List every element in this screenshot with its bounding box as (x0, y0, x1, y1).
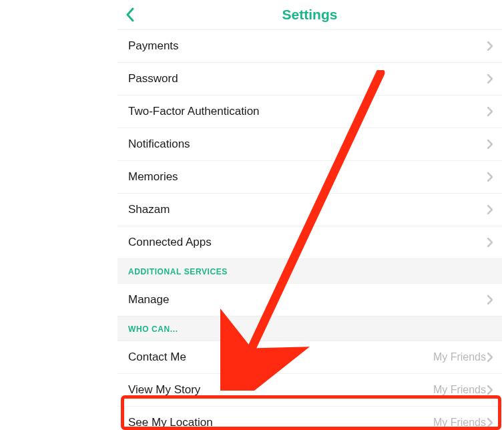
settings-list: PaymentsPasswordTwo-Factor Authenticatio… (117, 29, 502, 430)
chevron-right-icon (487, 295, 493, 304)
settings-row-label: Memories (128, 170, 487, 184)
settings-row[interactable]: Payments (117, 29, 502, 62)
chevron-left-icon (125, 7, 135, 22)
chevron-right-icon (487, 140, 493, 149)
settings-row-label: Shazam (128, 203, 487, 216)
settings-row[interactable]: Two-Factor Authentication (117, 95, 502, 128)
settings-row-label: Manage (128, 293, 487, 306)
settings-row-label: Notifications (128, 138, 487, 151)
chevron-right-icon (487, 74, 493, 83)
chevron-right-icon (487, 353, 493, 362)
settings-row[interactable]: Password (117, 62, 502, 95)
settings-row-value: My Friends (433, 351, 486, 363)
settings-row[interactable]: Notifications (117, 128, 502, 160)
chevron-right-icon (487, 205, 493, 214)
chevron-right-icon (487, 238, 493, 247)
settings-row[interactable]: View My StoryMy Friends (117, 373, 502, 406)
settings-row-label: View My Story (128, 383, 433, 397)
back-button[interactable] (125, 7, 135, 22)
chevron-right-icon (487, 385, 493, 395)
settings-row-label: Payments (128, 39, 487, 53)
settings-row-label: Password (128, 72, 487, 85)
settings-row-label: Connected Apps (128, 236, 487, 249)
chevron-right-icon (487, 107, 493, 116)
settings-row-value: My Friends (433, 417, 486, 429)
settings-row-label: See My Location (128, 416, 433, 429)
section-header: ADDITIONAL SERVICES (117, 258, 502, 283)
settings-row-label: Two-Factor Authentication (128, 105, 487, 118)
section-header: WHO CAN... (117, 316, 502, 341)
chevron-right-icon (487, 41, 493, 51)
settings-row[interactable]: Shazam (117, 193, 502, 226)
settings-row[interactable]: Connected Apps (117, 226, 502, 258)
settings-row[interactable]: Memories (117, 160, 502, 193)
settings-row-label: Contact Me (128, 351, 433, 364)
settings-screen: Settings PaymentsPasswordTwo-Factor Auth… (117, 0, 502, 430)
page-title: Settings (121, 7, 498, 23)
settings-row-value: My Friends (433, 384, 486, 396)
chevron-right-icon (487, 172, 493, 182)
header-bar: Settings (117, 0, 502, 29)
settings-row[interactable]: Contact MeMy Friends (117, 341, 502, 373)
settings-row[interactable]: See My LocationMy Friends (117, 406, 502, 430)
settings-row[interactable]: Manage (117, 283, 502, 316)
chevron-right-icon (487, 418, 493, 427)
